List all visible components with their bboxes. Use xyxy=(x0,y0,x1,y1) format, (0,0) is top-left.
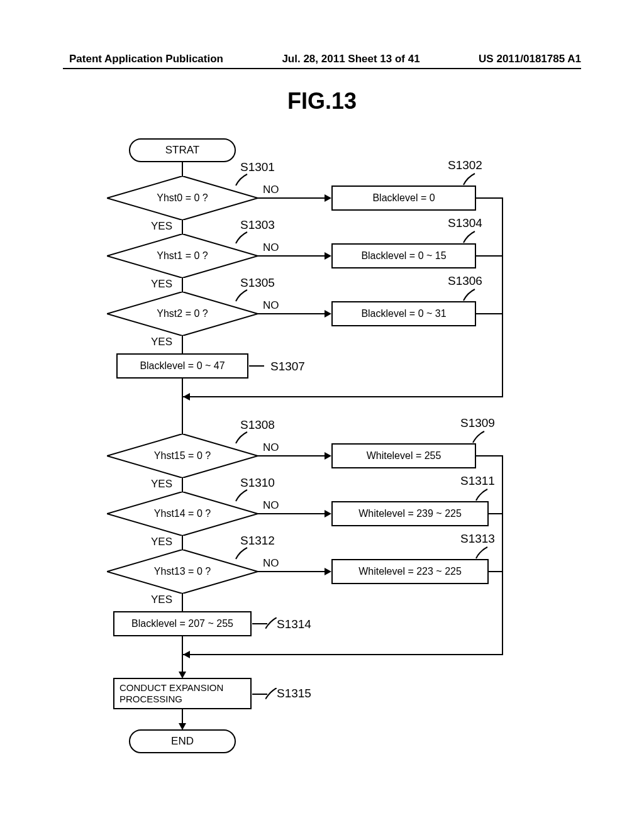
leader-icon xyxy=(265,617,277,631)
page: Patent Application Publication Jul. 28, … xyxy=(0,0,644,830)
ref-s1313: S1313 xyxy=(460,532,495,546)
label-no: NO xyxy=(263,299,279,312)
label-yes: YES xyxy=(151,278,172,290)
ref-s1308: S1308 xyxy=(240,418,275,432)
connector xyxy=(182,336,183,353)
ref-s1301: S1301 xyxy=(240,160,275,174)
connector xyxy=(182,478,183,492)
terminator-end-label: END xyxy=(171,735,194,748)
leader-icon xyxy=(462,172,476,186)
leader-icon xyxy=(475,546,489,560)
arrow-right-icon xyxy=(325,568,331,575)
ref-s1302: S1302 xyxy=(448,158,482,172)
connector xyxy=(476,255,503,257)
header-left: Patent Application Publication xyxy=(69,53,223,65)
arrow-right-icon xyxy=(325,310,331,318)
header-center: Jul. 28, 2011 Sheet 13 of 41 xyxy=(282,53,419,65)
page-header: Patent Application Publication Jul. 28, … xyxy=(0,53,644,65)
connector xyxy=(183,654,503,655)
label-no: NO xyxy=(263,241,279,254)
process-s1304: Blacklevel = 0 ~ 15 xyxy=(331,243,476,268)
label-yes: YES xyxy=(151,536,172,548)
process-s1306: Blacklevel = 0 ~ 31 xyxy=(331,301,476,326)
connector xyxy=(182,162,183,176)
label-no: NO xyxy=(263,557,279,570)
process-s1314: Blacklevel = 207 ~ 255 xyxy=(113,611,252,636)
leader-icon xyxy=(235,289,248,302)
arrow-right-icon xyxy=(325,252,331,260)
ref-s1309: S1309 xyxy=(460,416,495,430)
connector xyxy=(182,594,183,611)
ref-s1310: S1310 xyxy=(240,476,275,490)
connector xyxy=(502,455,503,654)
process-s1309: Whitelevel = 255 xyxy=(331,443,476,468)
leader-icon xyxy=(235,489,248,502)
connector xyxy=(258,313,326,314)
arrow-left-icon xyxy=(183,651,190,658)
connector xyxy=(258,513,326,514)
label-yes: YES xyxy=(151,220,172,233)
connector xyxy=(489,513,503,514)
leader-icon xyxy=(235,231,248,245)
process-s1313: Whitelevel = 223 ~ 225 xyxy=(331,559,489,584)
connector xyxy=(476,455,503,456)
connector xyxy=(258,455,326,456)
ref-s1314: S1314 xyxy=(277,617,311,631)
leader-icon xyxy=(462,288,476,302)
label-yes: YES xyxy=(151,478,172,490)
process-s1315: CONDUCT EXPANSION PROCESSING xyxy=(113,678,252,709)
arrow-right-icon xyxy=(325,510,331,517)
leader-icon xyxy=(462,230,476,244)
process-text: Blacklevel = 0 ~ 15 xyxy=(361,250,446,262)
connector xyxy=(182,220,183,234)
header-rule xyxy=(63,68,581,69)
process-s1311: Whitelevel = 239 ~ 225 xyxy=(331,501,489,526)
ref-s1304: S1304 xyxy=(448,216,482,230)
terminator-end: END xyxy=(129,729,236,753)
leader-icon xyxy=(472,430,486,444)
figure-title: FIG.13 xyxy=(0,88,644,114)
flowchart: STRAT Yhst0 = 0 ? S1301 NO Blacklevel = … xyxy=(63,132,579,799)
connector xyxy=(258,571,326,572)
leader-icon xyxy=(235,431,248,445)
ref-s1306: S1306 xyxy=(448,274,482,288)
leader-icon xyxy=(235,173,248,187)
label-yes: YES xyxy=(151,594,172,606)
process-text: Whitelevel = 223 ~ 225 xyxy=(358,566,462,577)
arrow-right-icon xyxy=(325,452,331,460)
arrow-right-icon xyxy=(325,194,331,202)
process-text: Whitelevel = 255 xyxy=(367,450,441,462)
ref-s1311: S1311 xyxy=(460,474,495,488)
label-no: NO xyxy=(263,499,279,512)
process-text: Blacklevel = 0 ~ 31 xyxy=(361,308,446,319)
process-s1302: Blacklevel = 0 xyxy=(331,185,476,211)
connector xyxy=(502,197,503,396)
connector xyxy=(476,313,503,314)
leader-icon xyxy=(235,546,248,560)
connector xyxy=(476,197,503,199)
ref-s1315: S1315 xyxy=(277,687,311,700)
process-text: Blacklevel = 0 ~ 47 xyxy=(140,360,225,372)
ref-s1305: S1305 xyxy=(240,276,275,290)
connector xyxy=(182,654,183,673)
connector xyxy=(258,255,326,257)
ref-s1303: S1303 xyxy=(240,218,275,232)
process-s1307: Blacklevel = 0 ~ 47 xyxy=(116,353,248,379)
label-no: NO xyxy=(263,441,279,454)
header-right: US 2011/0181785 A1 xyxy=(479,53,581,65)
process-text: Blacklevel = 207 ~ 255 xyxy=(131,618,233,629)
process-text: CONDUCT EXPANSION PROCESSING xyxy=(119,682,245,705)
process-text: Blacklevel = 0 xyxy=(372,192,435,204)
leader-icon xyxy=(475,488,489,502)
connector xyxy=(258,197,326,199)
terminator-start: STRAT xyxy=(129,138,236,162)
connector xyxy=(489,571,503,572)
ref-s1307: S1307 xyxy=(270,360,305,374)
label-yes: YES xyxy=(151,336,172,348)
arrow-left-icon xyxy=(183,393,190,401)
process-text: Whitelevel = 239 ~ 225 xyxy=(358,508,462,519)
connector xyxy=(182,396,183,434)
leader-icon xyxy=(265,688,277,702)
label-no: NO xyxy=(263,184,279,196)
connector xyxy=(182,709,183,724)
